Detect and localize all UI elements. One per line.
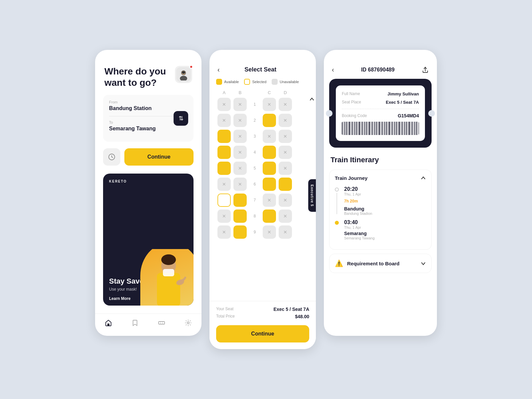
clock-icon: [108, 153, 115, 161]
screen-ticket: ‹ ID 687690489 Full Name Jimmy Sullivan …: [324, 50, 437, 336]
seat-5b[interactable]: ✕: [233, 162, 247, 175]
nav-settings[interactable]: [185, 319, 192, 327]
seat-9d[interactable]: ✕: [279, 225, 292, 239]
seat-9c[interactable]: ✕: [263, 225, 276, 239]
seat-3c[interactable]: ✕: [263, 130, 276, 143]
nav-home[interactable]: [105, 319, 112, 327]
seat-4d[interactable]: ✕: [279, 146, 292, 159]
seat-8c[interactable]: [263, 209, 276, 223]
seat-4b[interactable]: ✕: [233, 146, 247, 159]
ticket-card: Full Name Jimmy Sullivan Seat Place Exec…: [329, 79, 432, 148]
continue-button[interactable]: Continue: [216, 325, 309, 342]
avatar-image: [176, 67, 191, 82]
history-button[interactable]: [103, 148, 120, 166]
seat-legend: Available Selected Unavailable: [209, 79, 316, 90]
seat-1b[interactable]: ✕: [233, 98, 247, 111]
seat-7b[interactable]: [233, 194, 247, 207]
seat-7c[interactable]: ✕: [263, 194, 276, 207]
banner-figure: [140, 249, 194, 306]
scroll-down-icon[interactable]: [309, 195, 315, 200]
screen-home: Where do you want to go?: [95, 50, 201, 336]
action-row: Continue: [95, 148, 201, 166]
available-dot: [216, 79, 222, 85]
chevron-down-icon[interactable]: [421, 261, 426, 266]
seat-2a[interactable]: ✕: [217, 114, 231, 127]
journey-title: Train Journey: [335, 175, 367, 181]
journey-line: [336, 193, 337, 214]
seat-3b[interactable]: ✕: [233, 130, 247, 143]
seat-9b[interactable]: [233, 225, 247, 239]
notification-dot: [190, 65, 193, 68]
seat-1a[interactable]: ✕: [217, 98, 231, 111]
seat-header: ‹ Select Seat: [209, 50, 316, 79]
seat-2b[interactable]: ✕: [233, 114, 247, 127]
bottom-nav: [95, 314, 201, 336]
booking-code-row: Booking Code G154MD4: [342, 113, 419, 118]
full-name-row: Full Name Jimmy Sullivan: [342, 91, 419, 96]
nav-bookmarks[interactable]: [131, 319, 139, 327]
share-icon[interactable]: [422, 66, 429, 73]
swap-icon: ⇅: [179, 115, 184, 122]
swap-button[interactable]: ⇅: [174, 111, 188, 126]
seat-5c[interactable]: [263, 162, 276, 175]
chevron-up-icon[interactable]: [421, 176, 426, 181]
svg-point-16: [187, 322, 189, 324]
ticket-divider: [342, 109, 419, 109]
seat-footer: Your Seat Exec 5 / Seat 7A Total Price $…: [209, 301, 316, 349]
requirement-accordion[interactable]: ⚠️ Requirement to Board: [329, 254, 432, 273]
seat-8a[interactable]: ✕: [217, 209, 231, 223]
departure-info: 20:20 Thu, 1 Apr 7h 20m Bandung Bandung …: [344, 186, 372, 215]
back-button[interactable]: ‹: [332, 66, 334, 73]
from-field: From Bandung Station: [109, 100, 188, 111]
seat-row: 7 ✕ ✕: [215, 194, 311, 207]
your-seat-row: Your Seat Exec 5 / Seat 7A: [216, 307, 309, 312]
unavailable-dot: [272, 79, 278, 85]
seat-6d[interactable]: [279, 178, 292, 191]
seat-2c[interactable]: [263, 114, 276, 127]
seat-5d[interactable]: ✕: [279, 162, 292, 175]
seat-8b[interactable]: [233, 209, 247, 223]
seat-4a[interactable]: [217, 146, 231, 159]
your-seat-value: Exec 5 / Seat 7A: [274, 307, 309, 312]
seat-place-row: Seat Place Exec 5 / Seat 7A: [342, 100, 419, 105]
seat-row: ✕ ✕ 1 ✕ ✕: [215, 98, 311, 111]
seat-6b[interactable]: ✕: [233, 178, 247, 191]
seat-9a[interactable]: ✕: [217, 225, 231, 239]
journey-duration: 7h 20m: [344, 199, 372, 203]
seat-7a[interactable]: [217, 194, 231, 207]
back-button[interactable]: ‹: [217, 66, 220, 73]
seat-6a[interactable]: ✕: [217, 178, 231, 191]
total-price-label: Total Price: [216, 314, 235, 319]
scroll-arrows: [309, 97, 315, 200]
ticket-inner: Full Name Jimmy Sullivan Seat Place Exec…: [336, 85, 425, 141]
ticket-cutout-right: [428, 110, 435, 117]
screen-title: Select Seat: [225, 66, 296, 73]
ticket-cutout-left: [326, 110, 332, 117]
seat-1c[interactable]: ✕: [263, 98, 276, 111]
seat-7d[interactable]: ✕: [279, 194, 292, 207]
avatar[interactable]: [175, 66, 192, 83]
seat-3a[interactable]: [217, 130, 231, 143]
seat-5a[interactable]: [217, 162, 231, 175]
seat-row: ✕ 9 ✕ ✕: [215, 225, 311, 239]
route-form: From Bandung Station To Semarang Tawang …: [95, 95, 201, 142]
departure-stop: 20:20 Thu, 1 Apr 7h 20m Bandung Bandung …: [335, 186, 426, 215]
nav-tickets[interactable]: [158, 319, 165, 327]
home-title: Where do you want to go?: [104, 66, 175, 88]
seat-6c[interactable]: [263, 178, 276, 191]
seat-2d[interactable]: ✕: [279, 114, 292, 127]
seat-8d[interactable]: ✕: [279, 209, 292, 223]
scroll-up-icon[interactable]: [309, 97, 315, 102]
arrival-stop: 03:40 Thu, 1 Apr Semarang Semarang Tawan…: [335, 219, 426, 240]
seat-row: ✕ ✕ 6: [215, 178, 311, 191]
continue-button[interactable]: Continue: [124, 148, 194, 166]
seat-4c[interactable]: [263, 146, 276, 159]
route-card: From Bandung Station To Semarang Tawang …: [103, 95, 194, 142]
svg-point-13: [184, 277, 186, 279]
svg-rect-8: [157, 273, 180, 306]
ticket-id: ID 687690489: [361, 67, 395, 73]
stop-indicator: [335, 186, 339, 215]
seat-1d[interactable]: ✕: [279, 98, 292, 111]
barcode: [342, 122, 419, 135]
seat-3d[interactable]: ✕: [279, 130, 292, 143]
